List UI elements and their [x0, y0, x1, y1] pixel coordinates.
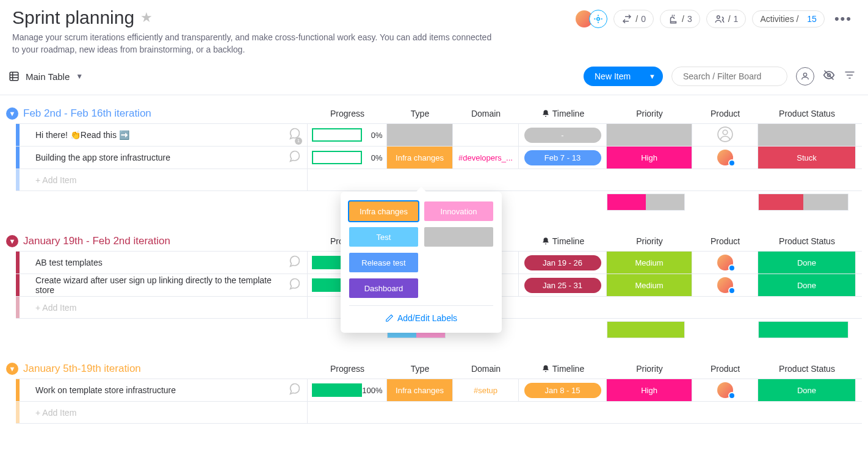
search-input[interactable] — [671, 67, 787, 86]
summary-bar — [758, 194, 848, 211]
members-pill[interactable]: / 1 — [706, 10, 747, 28]
priority-cell[interactable]: Medium — [607, 274, 692, 296]
table-row[interactable]: Work on template store infrastructure 10… — [16, 379, 862, 401]
timeline-pill[interactable]: Jan 8 - 15 — [524, 383, 601, 398]
label-option[interactable]: Release test — [349, 253, 418, 272]
status-cell[interactable] — [758, 124, 855, 146]
group-title[interactable]: January 5th-19th iteration — [23, 363, 141, 375]
status-cell[interactable]: Stuck — [758, 147, 855, 169]
product-cell[interactable] — [692, 147, 758, 169]
chat-icon[interactable] — [288, 255, 301, 271]
priority-cell[interactable]: High — [607, 147, 692, 169]
summary-bar — [758, 321, 848, 338]
svg-point-6 — [723, 130, 728, 135]
column-header[interactable]: Product — [692, 364, 758, 374]
chevron-down-icon: ▼ — [76, 72, 83, 81]
column-header[interactable]: Product Status — [758, 109, 856, 118]
status-cell[interactable]: Done — [758, 274, 855, 296]
automations-pill[interactable]: / 0 — [613, 10, 654, 28]
timeline-pill[interactable]: - — [524, 128, 601, 143]
column-header[interactable]: Timeline — [519, 364, 607, 374]
add-edit-labels-link[interactable]: Add/Edit Labels — [349, 305, 493, 323]
person-placeholder-icon[interactable] — [717, 126, 733, 144]
board-log-icon[interactable] — [589, 10, 607, 28]
avatar[interactable] — [717, 150, 733, 165]
priority-cell[interactable] — [607, 124, 692, 146]
filter-icon[interactable] — [844, 69, 856, 84]
status-cell[interactable]: Done — [758, 252, 855, 274]
view-switcher[interactable]: Main Table ▼ — [9, 71, 83, 82]
item-name[interactable]: Work on template store infrastructure — [35, 385, 283, 395]
integrations-pill[interactable]: / 3 — [660, 10, 700, 28]
avatar[interactable] — [717, 255, 733, 270]
collapse-toggle-icon[interactable]: ▼ — [6, 107, 18, 120]
domain-cell[interactable]: #setup — [474, 386, 497, 395]
domain-cell[interactable]: #developers_... — [458, 153, 513, 162]
column-header[interactable]: Product Status — [758, 364, 856, 374]
type-cell[interactable]: Infra changes — [387, 379, 452, 401]
add-item-row[interactable]: + Add Item — [16, 169, 862, 191]
new-item-button[interactable]: New Item ▼ — [584, 67, 663, 86]
table-row[interactable]: Building the app store infrastructure 0%… — [16, 146, 862, 169]
column-header[interactable]: Type — [387, 364, 453, 374]
column-header[interactable]: Priority — [607, 109, 692, 118]
label-option[interactable]: Dashboard — [349, 278, 418, 298]
favorite-star-icon[interactable]: ★ — [140, 10, 153, 26]
column-header[interactable]: Progress — [308, 109, 387, 118]
chevron-down-icon[interactable]: ▼ — [642, 68, 663, 85]
product-cell[interactable] — [692, 379, 758, 401]
board-owner[interactable] — [576, 10, 607, 28]
collapse-toggle-icon[interactable]: ▼ — [6, 363, 18, 375]
group-title[interactable]: January 19th - Feb 2nd iteration — [23, 235, 170, 247]
type-cell[interactable]: Infra changes — [387, 147, 452, 169]
product-cell[interactable] — [692, 252, 758, 274]
svg-point-0 — [597, 18, 600, 21]
label-option[interactable]: Infra changes — [349, 201, 418, 221]
column-header[interactable]: Priority — [607, 364, 692, 374]
priority-cell[interactable]: Medium — [607, 252, 692, 274]
type-label-dropdown[interactable]: Infra changesInnovationTestRelease testD… — [341, 192, 502, 333]
product-cell[interactable] — [692, 124, 758, 146]
column-header[interactable]: Priority — [607, 236, 692, 246]
item-name[interactable]: AB test templates — [35, 258, 283, 267]
label-option[interactable]: Innovation — [424, 201, 493, 221]
column-header[interactable]: Type — [387, 109, 453, 118]
status-cell[interactable]: Done — [758, 379, 855, 401]
collapse-toggle-icon[interactable]: ▼ — [6, 235, 18, 247]
column-header[interactable]: Domain — [453, 364, 519, 374]
group-title[interactable]: Feb 2nd - Feb 16th iteration — [23, 107, 151, 120]
item-name[interactable]: Building the app store infrastructure — [35, 153, 283, 162]
progress-bar — [312, 151, 362, 164]
summary-bar — [607, 194, 685, 211]
more-menu-icon[interactable]: ••• — [831, 11, 856, 27]
hide-columns-icon[interactable] — [823, 69, 835, 84]
table-row[interactable]: Hi there! 👏Read this ➡️1 0% - — [16, 123, 862, 146]
column-header[interactable]: Product — [692, 109, 758, 118]
type-cell[interactable] — [387, 124, 452, 146]
chat-icon[interactable] — [288, 150, 301, 166]
column-header[interactable]: Timeline — [519, 109, 607, 118]
product-cell[interactable] — [692, 274, 758, 296]
timeline-pill[interactable]: Jan 25 - 31 — [524, 278, 601, 293]
chat-icon[interactable] — [288, 382, 301, 399]
summary-bar — [607, 321, 685, 338]
label-option[interactable] — [424, 227, 493, 247]
timeline-pill[interactable]: Jan 19 - 26 — [524, 255, 601, 270]
add-item-row[interactable]: + Add Item — [16, 401, 862, 424]
priority-cell[interactable]: High — [607, 379, 692, 401]
column-header[interactable]: Product Status — [758, 236, 856, 246]
avatar[interactable] — [717, 382, 733, 398]
item-name[interactable]: Create wizard after user sign up linking… — [35, 275, 283, 295]
column-header[interactable]: Timeline — [519, 236, 607, 246]
label-option[interactable]: Test — [349, 227, 418, 247]
chat-icon[interactable] — [288, 277, 301, 294]
activities-pill[interactable]: Activities / 15 — [752, 10, 824, 27]
column-header[interactable]: Product — [692, 236, 758, 246]
chat-icon[interactable]: 1 — [288, 127, 301, 143]
timeline-pill[interactable]: Feb 7 - 13 — [524, 150, 601, 165]
avatar[interactable] — [717, 277, 733, 293]
column-header[interactable]: Progress — [308, 364, 387, 374]
item-name[interactable]: Hi there! 👏Read this ➡️ — [35, 130, 283, 140]
column-header[interactable]: Domain — [453, 109, 519, 118]
person-filter-icon[interactable] — [796, 67, 814, 85]
